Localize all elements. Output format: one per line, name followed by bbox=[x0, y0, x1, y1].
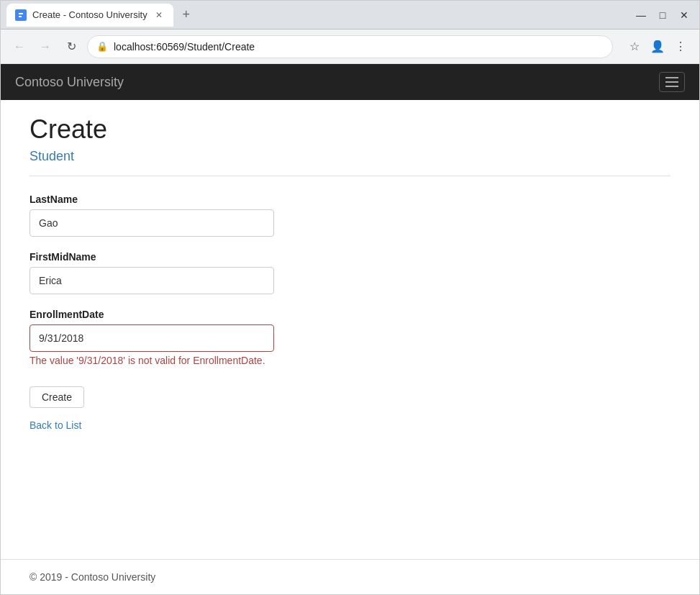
browser-tab[interactable]: Create - Contoso University ✕ bbox=[6, 4, 173, 27]
tab-close-button[interactable]: ✕ bbox=[153, 9, 165, 21]
minimize-button[interactable]: — bbox=[632, 6, 650, 24]
page-content: Create Student LastName FirstMidName Enr… bbox=[1, 100, 699, 559]
navbar-toggle-button[interactable] bbox=[659, 72, 685, 92]
svg-rect-2 bbox=[19, 16, 22, 17]
window-controls: — □ ✕ bbox=[632, 6, 694, 24]
svg-rect-0 bbox=[17, 12, 24, 19]
firstmidname-form-group: FirstMidName bbox=[29, 251, 671, 294]
app-navbar: Contoso University bbox=[1, 64, 699, 100]
lastname-form-group: LastName bbox=[29, 194, 671, 237]
enrollmentdate-label: EnrollmentDate bbox=[29, 309, 671, 320]
toggle-bar-2 bbox=[665, 81, 678, 83]
url-text: localhost:60569/Student/Create bbox=[114, 41, 604, 53]
back-button[interactable]: ← bbox=[9, 37, 29, 57]
firstmidname-input[interactable] bbox=[29, 267, 274, 294]
lastname-input[interactable] bbox=[29, 209, 274, 237]
navbar-right bbox=[659, 72, 685, 92]
footer-text: © 2019 - Contoso University bbox=[29, 571, 155, 583]
browser-addressbar: ← → ↻ 🔒 localhost:60569/Student/Create ☆… bbox=[1, 29, 699, 64]
account-button[interactable]: 👤 bbox=[647, 37, 668, 57]
lock-icon: 🔒 bbox=[96, 41, 108, 52]
firstmidname-label: FirstMidName bbox=[29, 251, 671, 263]
menu-button[interactable]: ⋮ bbox=[671, 37, 691, 57]
section-divider bbox=[29, 176, 671, 176]
back-to-list-link[interactable]: Back to List bbox=[29, 419, 671, 431]
app-brand: Contoso University bbox=[15, 75, 124, 90]
enrollmentdate-form-group: EnrollmentDate The value '9/31/2018' is … bbox=[29, 309, 671, 366]
reload-button[interactable]: ↻ bbox=[61, 37, 81, 57]
new-tab-button[interactable]: + bbox=[176, 5, 196, 25]
toggle-bar-1 bbox=[665, 77, 678, 78]
browser-titlebar: Create - Contoso University ✕ + — □ ✕ bbox=[1, 1, 699, 29]
window-close-button[interactable]: ✕ bbox=[675, 6, 694, 24]
bookmark-button[interactable]: ☆ bbox=[624, 37, 645, 57]
tab-title: Create - Contoso University bbox=[32, 9, 147, 20]
tab-favicon bbox=[15, 9, 27, 21]
page-title: Create bbox=[29, 114, 671, 145]
enrollmentdate-input[interactable] bbox=[29, 324, 274, 352]
toggle-bar-3 bbox=[665, 86, 678, 87]
svg-rect-1 bbox=[19, 13, 23, 14]
lastname-label: LastName bbox=[29, 194, 671, 205]
page-footer: © 2019 - Contoso University bbox=[1, 559, 699, 594]
address-actions: ☆ 👤 ⋮ bbox=[624, 37, 691, 57]
maximize-button[interactable]: □ bbox=[653, 6, 672, 24]
enrollmentdate-error: The value '9/31/2018' is not valid for E… bbox=[29, 355, 671, 366]
browser-window: Create - Contoso University ✕ + — □ ✕ ← … bbox=[0, 0, 700, 595]
address-bar[interactable]: 🔒 localhost:60569/Student/Create bbox=[87, 35, 613, 58]
create-button[interactable]: Create bbox=[29, 386, 84, 408]
forward-button[interactable]: → bbox=[35, 37, 55, 57]
page-subtitle: Student bbox=[29, 149, 671, 164]
